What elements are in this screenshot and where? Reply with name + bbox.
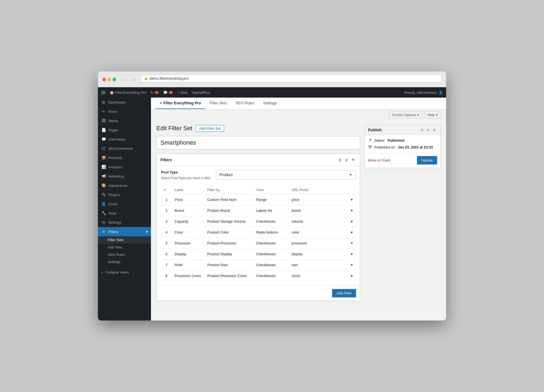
row-expand-icon[interactable]: ▾ [348, 216, 356, 227]
back-button[interactable]: ‹ [122, 76, 129, 83]
row-label: Brand [172, 205, 205, 216]
table-row[interactable]: 8 Processor Cores Product Processor Core… [161, 270, 356, 281]
sidebar-item-users[interactable]: 👤 Users [98, 199, 151, 209]
table-row[interactable]: 3 Capacity Product Storage Volume Checkb… [161, 216, 356, 227]
filter-set-title-input[interactable] [156, 136, 360, 149]
sidebar-item-filters[interactable]: ≡ Filters [98, 227, 151, 236]
row-expand-icon[interactable]: ▾ [348, 205, 356, 216]
publish-close-button[interactable]: ✕ [432, 127, 437, 133]
appearance-icon: 🎨 [101, 183, 106, 188]
sidebar-item-plugins[interactable]: 🔌 Plugins [98, 190, 151, 199]
row-label: Processor [172, 238, 205, 249]
close-button[interactable] [102, 78, 106, 81]
row-filter-by: Product Processor Cores [205, 270, 254, 281]
new-content-bar-item[interactable]: + New [177, 91, 187, 95]
sidebar-item-products[interactable]: 📦 Products [98, 153, 151, 162]
filters-up-button[interactable]: ∧ [337, 157, 343, 163]
row-url-prefix: brand [289, 205, 348, 216]
table-row[interactable]: 7 RAM Product Ram Checkboxes ram ▾ [161, 260, 356, 270]
submenu-settings[interactable]: Settings [98, 258, 151, 266]
filters-down-button[interactable]: ∨ [344, 157, 349, 163]
row-url-prefix: processor [289, 238, 348, 249]
comments-bar-item[interactable]: 💬 0 [163, 91, 173, 95]
publish-title: Publish [368, 128, 382, 132]
help-chevron-icon: ▾ [436, 113, 438, 117]
row-filter-by: Product Processor [205, 238, 254, 249]
sidebar-item-tools[interactable]: 🔧 Tools [98, 209, 151, 218]
screen-options-button[interactable]: Screen Options ▾ [389, 111, 422, 118]
dashboard-icon: ⊞ [101, 100, 106, 104]
submenu-add-new[interactable]: Add New [98, 244, 151, 251]
media-icon: 🖼 [101, 119, 106, 123]
sidebar-item-settings[interactable]: ⚙ Settings [98, 218, 151, 227]
post-type-label: Post Type Select Post Type you need to f… [161, 170, 211, 180]
add-filter-set-button[interactable]: Add Filter Set [196, 125, 224, 132]
row-label: Display [172, 249, 205, 260]
publish-controls: ∧ ∨ ✕ [420, 127, 437, 133]
site-name-bar-item[interactable]: 🏠 FilterEverything.Pro [110, 91, 146, 95]
row-view: Checkboxes [254, 249, 289, 260]
row-expand-icon[interactable]: ▾ [348, 227, 356, 238]
col-header-view: View [254, 186, 289, 194]
col-header-label: Label [172, 186, 205, 194]
row-expand-icon[interactable]: ▾ [348, 270, 356, 281]
filters-table-header: # Label Filter by View URL Prefix [161, 186, 356, 194]
filters-close-button[interactable]: ✕ [350, 157, 356, 163]
published-on-value: Jan 23, 2021 at 23:33 [398, 145, 433, 149]
sidebar-item-comments[interactable]: 💬 Comments [98, 135, 151, 144]
sidebar-item-appearance[interactable]: 🎨 Appearance [98, 181, 151, 190]
sidebar-item-pages[interactable]: 📄 Pages [98, 125, 151, 135]
sidebar-item-marketing[interactable]: 📢 Marketing [98, 172, 151, 181]
address-bar[interactable]: 🔒 demo.filtereverything.pro [141, 75, 442, 82]
row-label: RAM [172, 260, 205, 270]
table-row[interactable]: 4 Color Product Color Radio buttons colo… [161, 227, 356, 238]
sidebar-item-posts[interactable]: ✏ Posts [98, 107, 151, 116]
sidebar-item-dashboard[interactable]: ⊞ Dashboard [98, 98, 151, 107]
table-row[interactable]: 2 Brand Product Brand Labels list brand … [161, 205, 356, 216]
add-filter-button[interactable]: Add Filter [332, 289, 356, 297]
sidebar-item-woocommerce[interactable]: 🛒 WooCommerce [98, 144, 151, 153]
table-row[interactable]: 5 Processor Product Processor Checkboxes… [161, 238, 356, 249]
move-to-trash-link[interactable]: Move to Trash [368, 158, 390, 162]
products-icon: 📦 [101, 155, 106, 160]
wp-admin-bar: ⊞ 🏠 FilterEverything.Pro ↻ 1 💬 0 + New U… [98, 87, 446, 98]
side-panel: Publish ∧ ∨ ✕ 📍 Status: Publishe [364, 125, 441, 301]
publish-actions: Move to Trash Update [368, 153, 437, 164]
tab-filter-sets[interactable]: Filter Sets [205, 98, 231, 109]
updraft-bar-item[interactable]: UpdraftPlus [192, 91, 210, 95]
publish-status-row: 📍 Status: Published [368, 138, 437, 142]
submenu-seo-rules[interactable]: SEO Rules [98, 251, 151, 258]
tab-filter-everything-pro[interactable]: ≡ Filter Everything Pro [155, 98, 205, 109]
maximize-button[interactable] [113, 78, 116, 81]
sidebar-item-media[interactable]: 🖼 Media [98, 116, 151, 125]
howdy-bar-item[interactable]: Howdy, Administrator 👤 [404, 91, 443, 95]
row-expand-icon[interactable]: ▾ [348, 260, 356, 270]
publish-box: Publish ∧ ∨ ✕ 📍 Status: Publishe [364, 125, 441, 168]
submenu-filter-sets[interactable]: Filter Sets [98, 236, 151, 244]
help-button[interactable]: Help ▾ [424, 111, 441, 118]
row-filter-by: Product Color [205, 227, 254, 238]
post-type-select[interactable]: ProductPostPage [216, 170, 356, 179]
tab-seo-rules[interactable]: SEO Rules [231, 98, 259, 109]
row-expand-icon[interactable]: ▾ [348, 238, 356, 249]
users-icon: 👤 [101, 202, 106, 206]
row-expand-icon[interactable]: ▾ [348, 249, 356, 260]
minimize-button[interactable] [107, 78, 111, 81]
publish-date-row: 📅 Published on: Jan 23, 2021 at 23:33 [368, 145, 437, 149]
update-button[interactable]: Update [417, 156, 437, 164]
row-num: 4 [161, 227, 172, 238]
row-expand-icon[interactable]: ▾ [348, 194, 356, 205]
publish-up-button[interactable]: ∧ [420, 127, 425, 133]
row-label: Capacity [172, 216, 205, 227]
tab-settings[interactable]: Settings [259, 98, 281, 109]
updates-bar-item[interactable]: ↻ 1 [150, 91, 159, 95]
publish-down-button[interactable]: ∨ [426, 127, 431, 133]
forward-button[interactable]: › [131, 76, 138, 83]
wp-logo-icon[interactable]: ⊞ [101, 89, 105, 95]
sidebar-item-analytics[interactable]: 📊 Analytics [98, 162, 151, 172]
table-row[interactable]: 1 Price Custom Field Num Range price ▾ [161, 194, 356, 205]
row-filter-by: Product Brand [205, 205, 254, 216]
row-num: 6 [161, 249, 172, 260]
table-row[interactable]: 6 Display Product Display Checkboxes dis… [161, 249, 356, 260]
collapse-menu-button[interactable]: « Collapse menu [98, 268, 151, 277]
